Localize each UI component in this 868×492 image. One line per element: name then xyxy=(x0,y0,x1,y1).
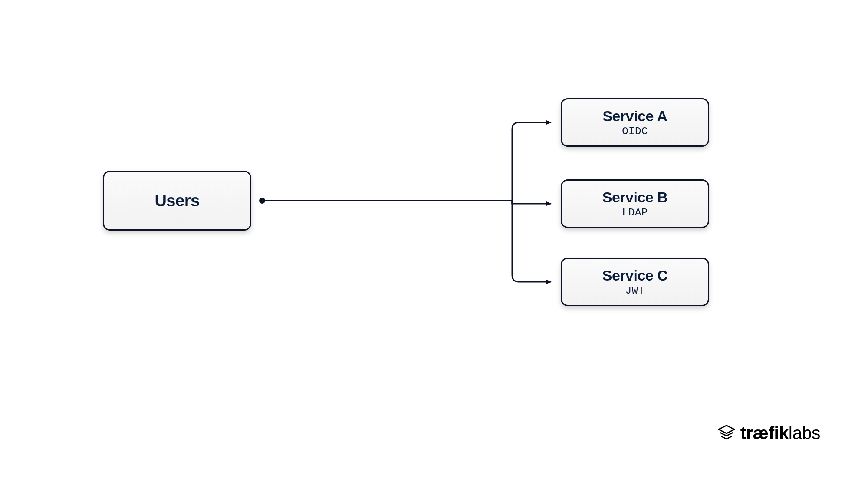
service-c-title: Service C xyxy=(602,267,668,284)
service-b-sub: LDAP xyxy=(622,207,648,218)
brand-prefix: træfik xyxy=(740,423,789,443)
service-a-sub: OIDC xyxy=(622,125,648,137)
connector-lines xyxy=(0,0,868,492)
service-b-title: Service B xyxy=(602,189,668,206)
service-b-node: Service B LDAP xyxy=(561,179,709,228)
brand-text: træfiklabs xyxy=(740,423,820,443)
service-a-title: Service A xyxy=(602,108,667,125)
service-c-sub: JWT xyxy=(625,285,645,297)
diagram-canvas: Users Service A OIDC Service B LDAP Serv… xyxy=(0,0,868,492)
service-a-node: Service A OIDC xyxy=(561,98,709,147)
traefik-icon xyxy=(717,424,736,443)
users-node-title: Users xyxy=(155,192,199,210)
service-c-node: Service C JWT xyxy=(561,258,709,306)
users-node: Users xyxy=(103,171,251,231)
brand-suffix: labs xyxy=(789,423,820,443)
svg-point-0 xyxy=(259,198,265,204)
brand-logo: træfiklabs xyxy=(717,423,820,443)
